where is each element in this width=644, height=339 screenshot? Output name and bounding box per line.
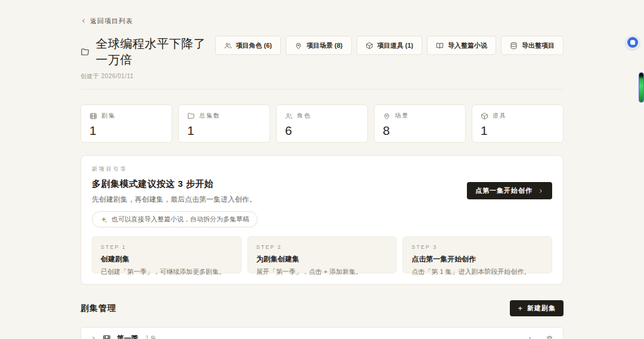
edge-extension-bar[interactable] [639, 72, 644, 103]
floating-extension-widget[interactable] [626, 35, 640, 50]
import-novel-button[interactable]: 导入整篇小说 [427, 36, 496, 55]
step-card-2: STEP 2 为剧集创建集 展开「第一季」，点击 + 添加新集。 [247, 236, 397, 273]
guide-description: 先创建剧集，再创建集，最后点击第一集进入创作。 [92, 195, 258, 205]
header-actions: 项目角色 (6) 项目场景 (8) 项目道具 (1) 导入整篇小说 导出整项目 [215, 36, 564, 55]
series-row[interactable]: 第一季 1 集 + [80, 327, 564, 339]
step-card-1: STEP 1 创建剧集 已创建「第一季」，可继续添加更多剧集。 [92, 236, 242, 273]
widget-glyph [630, 40, 635, 45]
book-icon [436, 42, 444, 50]
start-first-episode-button[interactable]: 点第一集开始创作 [467, 182, 552, 199]
created-date: 创建于 2026/01/11 [80, 72, 215, 81]
location-icon [383, 112, 391, 120]
step-card-3: STEP 3 点击第一集开始创作 点击「第 1 集」进入剧本阶段开始创作。 [402, 236, 552, 273]
stat-value: 1 [89, 124, 163, 138]
back-to-projects-link[interactable]: 返回项目列表 [80, 17, 133, 26]
package-icon [481, 112, 488, 120]
stats-row: 剧集 1 总集数 1 角色 6 场景 8 [80, 104, 564, 143]
stat-card-series: 剧集 1 [80, 104, 172, 143]
stat-card-roles: 角色 6 [276, 104, 368, 143]
folder-icon [187, 112, 195, 120]
add-episode-icon[interactable]: + [527, 334, 532, 339]
film-icon [103, 334, 111, 339]
database-icon [510, 42, 518, 50]
film-icon [89, 112, 97, 120]
location-icon [295, 42, 302, 50]
main-content: 返回项目列表 全球编程水平下降了一万倍 创建于 2026/01/11 项目角色 … [80, 0, 564, 339]
stat-value: 6 [285, 124, 359, 138]
delete-series-icon[interactable] [546, 335, 553, 339]
episode-count: 1 集 [145, 334, 156, 339]
stat-card-props: 道具 1 [472, 104, 564, 143]
widget-inner-circle [627, 37, 638, 48]
stat-value: 8 [383, 124, 457, 138]
sparkle-icon [100, 216, 107, 223]
page-title: 全球编程水平下降了一万倍 [95, 36, 215, 68]
page-header: 全球编程水平下降了一万倍 创建于 2026/01/11 项目角色 (6) 项目场… [80, 36, 564, 81]
guide-steps: STEP 1 创建剧集 已创建「第一季」，可继续添加更多剧集。 STEP 2 为… [92, 236, 552, 273]
plus-icon: + [518, 304, 523, 313]
project-scenes-button[interactable]: 项目场景 (8) [286, 36, 352, 55]
guide-title: 多剧集模式建议按这 3 步开始 [92, 178, 258, 190]
chevron-right-icon [538, 188, 544, 194]
package-icon [366, 42, 373, 50]
new-series-button[interactable]: + 新建剧集 [510, 300, 564, 316]
export-project-button[interactable]: 导出整项目 [501, 36, 564, 55]
stat-value: 1 [187, 124, 261, 138]
users-icon [285, 112, 293, 120]
title-block: 全球编程水平下降了一万倍 创建于 2026/01/11 [80, 36, 215, 81]
project-props-button[interactable]: 项目道具 (1) [357, 36, 423, 55]
header-divider [80, 89, 564, 90]
folder-icon [80, 47, 89, 58]
project-roles-button[interactable]: 项目角色 (6) [215, 36, 281, 55]
expand-chevron-icon[interactable] [91, 335, 97, 339]
series-section-title: 剧集管理 [80, 303, 116, 314]
stat-card-scenes: 场景 8 [374, 104, 466, 143]
stat-value: 1 [481, 124, 555, 138]
new-project-guide-panel: 新项目引导 多剧集模式建议按这 3 步开始 先创建剧集，再创建集，最后点击第一集… [80, 155, 564, 285]
guide-tip-pill: 也可以直接导入整篇小说，自动拆分为多集草稿 [92, 211, 258, 227]
guide-eyebrow: 新项目引导 [92, 165, 258, 173]
chevron-left-icon [80, 18, 86, 24]
stat-card-episodes: 总集数 1 [178, 104, 270, 143]
guide-text-block: 新项目引导 多剧集模式建议按这 3 步开始 先创建剧集，再创建集，最后点击第一集… [92, 165, 258, 227]
series-name: 第一季 [117, 334, 138, 339]
back-link-label: 返回项目列表 [90, 17, 133, 26]
users-icon [224, 42, 232, 50]
series-section-header: 剧集管理 + 新建剧集 [80, 300, 564, 316]
